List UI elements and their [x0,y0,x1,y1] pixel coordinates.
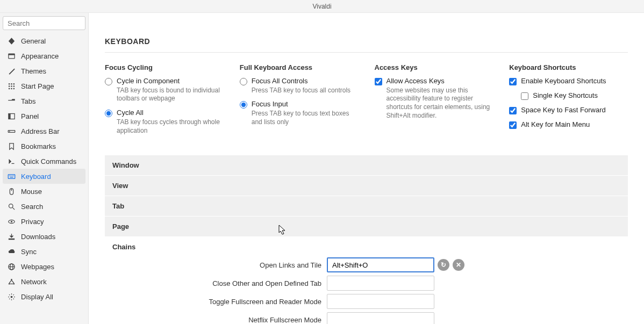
chain-shortcut-input[interactable] [327,257,434,272]
svg-rect-16 [8,174,15,178]
sync-icon [6,248,17,256]
chain-shortcut-input[interactable] [327,294,434,309]
svg-point-32 [8,283,10,285]
sidebar-item-panel[interactable]: Panel [3,109,85,124]
general-icon [6,37,17,45]
focus-input-radio[interactable]: Focus InputPress TAB key to focus text b… [240,100,359,126]
sidebar-item-label: Mouse [21,188,42,196]
addressbar-icon [6,127,17,135]
reset-shortcut-button[interactable]: ↻ [438,259,449,271]
network-icon [6,278,17,286]
sidebar-item-tabs[interactable]: Tabs [3,93,85,109]
sidebar-item-label: Downloads [21,233,55,241]
option-desc: Some websites may use this accessibility… [387,87,493,120]
keyboard-shortcuts-title: Keyboard Shortcuts [509,63,628,71]
section-view[interactable]: View [105,176,628,196]
svg-point-5 [8,85,10,87]
sidebar-item-network[interactable]: Network [3,274,85,289]
chain-row: Close Other and Open Defined Tab [105,276,467,291]
focus-cycling-title: Focus Cycling [105,63,224,71]
chain-label: Close Other and Open Defined Tab [212,279,321,287]
svg-point-31 [11,278,12,280]
chain-row: Netflix Fullscreen Mode [105,312,467,324]
svg-point-8 [8,88,10,89]
svg-point-3 [11,83,12,84]
svg-point-27 [10,220,12,222]
chain-row: Toggle Fullscreen and Reader Mode [105,294,467,309]
single-key-shortcuts-checkbox[interactable]: Single Key Shortcuts [509,91,628,100]
chain-shortcut-input[interactable] [327,312,434,324]
sidebar-item-startpage[interactable]: Start Page [3,78,85,93]
sidebar-item-general[interactable]: General [3,33,85,48]
sidebar-item-label: Keyboard [21,172,51,181]
sidebar-item-privacy[interactable]: Privacy [3,214,85,229]
tabs-icon [6,97,17,105]
alt-mainmenu-checkbox[interactable]: Alt Key for Main Menu [509,120,628,129]
sidebar-item-quickcommands[interactable]: Quick Commands [3,154,85,169]
quickcommands-icon [6,157,17,165]
sidebar-item-sync[interactable]: Sync [3,244,85,259]
option-label: Alt Key for Main Menu [521,120,590,129]
svg-rect-1 [8,54,14,55]
privacy-icon [6,218,17,226]
sidebar-item-keyboard[interactable]: Keyboard [3,169,85,184]
sidebar-item-label: Quick Commands [21,157,76,165]
page-title: KEYBOARD [105,37,628,46]
clear-shortcut-button[interactable]: ✕ [453,259,464,271]
themes-icon [6,67,17,75]
chain-label: Toggle Fullscreen and Reader Mode [209,298,321,306]
sidebar-item-label: General [21,37,46,45]
section-page[interactable]: Page [105,217,628,236]
section-tab[interactable]: Tab [105,196,628,216]
mouse-icon [6,188,17,196]
option-desc: Press TAB key to focus text boxes and li… [252,110,359,126]
option-label: Single Key Shortcuts [533,91,598,100]
sidebar-item-webpages[interactable]: Webpages [3,259,85,274]
focus-all-controls-radio[interactable]: Focus All ControlsPress TAB key to focus… [240,77,359,95]
search-input[interactable] [3,16,85,30]
sidebar-item-label: Sync [21,248,37,256]
sidebar-item-appearance[interactable]: Appearance [3,48,85,63]
section-window[interactable]: Window [105,155,628,175]
full-keyboard-title: Full Keyboard Access [240,63,359,71]
search-icon [6,203,17,211]
option-desc: TAB key focus cycles through whole appli… [117,118,224,135]
svg-point-4 [13,83,15,84]
sidebar-item-label: Appearance [21,52,59,60]
cycle-all-radio[interactable]: Cycle AllTAB key focus cycles through wh… [105,109,224,135]
svg-point-10 [13,88,15,89]
sidebar-item-addressbar[interactable]: Address Bar [3,124,85,139]
svg-point-33 [13,283,15,285]
sidebar-item-themes[interactable]: Themes [3,63,85,78]
sidebar-item-label: Themes [21,67,46,75]
sidebar-item-search[interactable]: Search [3,199,85,214]
chain-shortcut-input[interactable] [327,276,434,291]
sidebar-item-label: Bookmarks [21,142,56,150]
section-chains[interactable]: Chains [105,237,628,257]
enable-shortcuts-checkbox[interactable]: Enable Keyboard Shortcuts [509,77,628,86]
sidebar-item-mouse[interactable]: Mouse [3,184,85,199]
panel-icon [6,112,17,120]
sidebar-item-label: Privacy [21,218,44,226]
option-desc: Press TAB key to focus all controls [252,87,350,95]
sidebar-item-label: Network [21,278,47,286]
startpage-icon [6,82,17,90]
sidebar-item-label: Panel [21,112,39,120]
appearance-icon [6,52,17,60]
sidebar-item-bookmarks[interactable]: Bookmarks [3,139,85,154]
option-label: Focus All Controls [252,77,350,86]
svg-rect-19 [12,175,12,176]
sidebar-item-downloads[interactable]: Downloads [3,229,85,244]
sidebar-item-displayall[interactable]: Display All [3,289,85,304]
svg-rect-13 [8,113,10,119]
svg-rect-11 [8,100,15,100]
settings-sidebar: GeneralAppearanceThemesStart PageTabsPan… [0,13,89,324]
displayall-icon [6,293,17,301]
allow-access-keys-checkbox[interactable]: Allow Access KeysSome websites may use t… [375,77,493,120]
svg-point-2 [8,83,10,84]
cycle-in-component-radio[interactable]: Cycle in ComponentTAB key focus is bound… [105,77,224,103]
space-fastforward-checkbox[interactable]: Space Key to Fast Forward [509,106,628,115]
svg-point-34 [10,296,12,298]
sidebar-item-label: Display All [21,293,53,301]
svg-point-6 [11,85,12,87]
